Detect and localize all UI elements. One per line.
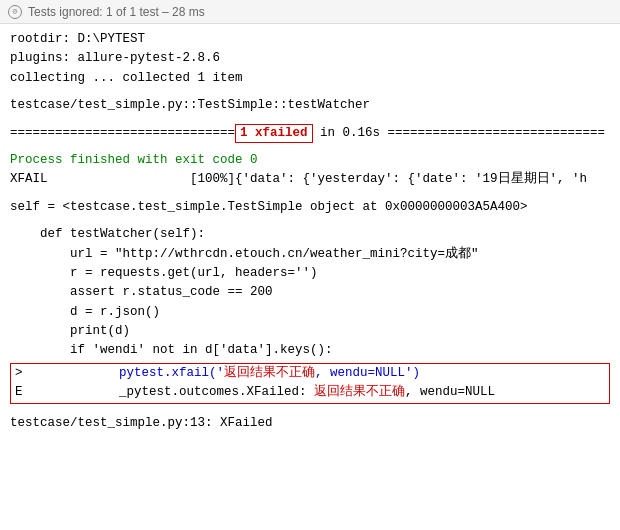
highlight-line: E _pytest.outcomes.XFailed: 返回结果不正确, wen…	[11, 383, 609, 402]
separator-line: ==============================1 xfailed …	[10, 124, 610, 144]
highlight-prefix: >	[11, 364, 29, 383]
header-label: Tests ignored: 1 of 1 test – 28 ms	[28, 5, 205, 19]
code-line: assert r.status_code == 200	[10, 283, 610, 302]
process-finished-line: Process finished with exit code 0	[10, 151, 610, 170]
highlight-content: _pytest.outcomes.XFailed: 返回结果不正确, wendu…	[29, 383, 609, 402]
xfailed-badge: 1 xfailed	[235, 124, 313, 144]
code-line: collecting ... collected 1 item	[10, 69, 610, 88]
code-line: testcase/test_simple.py::TestSimple::tes…	[10, 96, 610, 115]
highlight-line: > pytest.xfail('返回结果不正确, wendu=NULL')	[11, 364, 609, 383]
main-content: rootdir: D:\PYTESTplugins: allure-pytest…	[0, 24, 620, 530]
ignored-icon: ⊘	[8, 5, 22, 19]
code-line: if 'wendi' not in d['data'].keys():	[10, 341, 610, 360]
code-line: print(d)	[10, 322, 610, 341]
xfail-result-line: XFAIL [100%]{'data': {'yesterday': {'dat…	[10, 170, 610, 189]
code-line: d = r.json()	[10, 303, 610, 322]
code-line: testcase/test_simple.py:13: XFailed	[10, 414, 610, 433]
code-line: self = <testcase.test_simple.TestSimple …	[10, 198, 610, 217]
code-line: r = requests.get(url, headers='')	[10, 264, 610, 283]
header-bar: ⊘ Tests ignored: 1 of 1 test – 28 ms	[0, 0, 620, 24]
highlighted-block: > pytest.xfail('返回结果不正确, wendu=NULL')E _…	[10, 363, 610, 404]
highlight-prefix: E	[11, 383, 29, 402]
separator-left: ==============================	[10, 124, 235, 143]
separator-right: in 0.16s =============================	[313, 124, 606, 143]
code-line: rootdir: D:\PYTEST	[10, 30, 610, 49]
highlight-content: pytest.xfail('返回结果不正确, wendu=NULL')	[29, 364, 609, 383]
code-line: plugins: allure-pytest-2.8.6	[10, 49, 610, 68]
code-line: url = "http://wthrcdn.etouch.cn/weather_…	[10, 245, 610, 264]
code-line: def testWatcher(self):	[10, 225, 610, 244]
